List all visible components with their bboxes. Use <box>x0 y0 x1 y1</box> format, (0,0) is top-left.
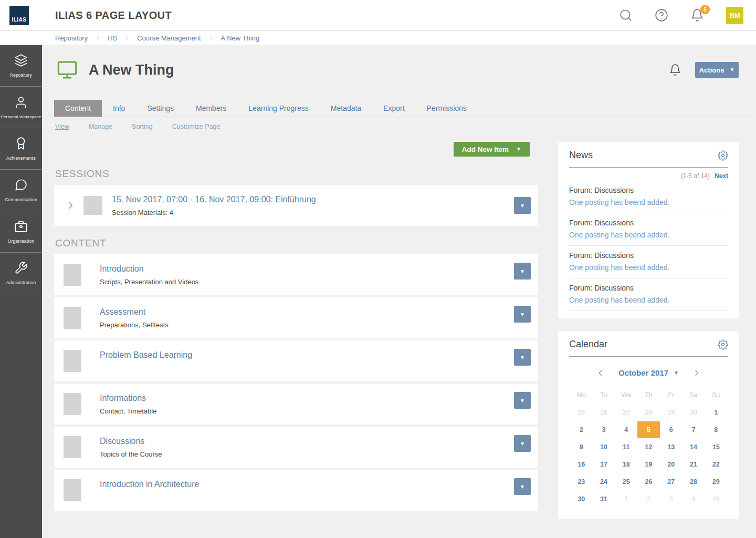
calendar-day[interactable]: 19 <box>637 456 660 473</box>
calendar-day[interactable]: 2 <box>570 421 593 438</box>
calendar-day[interactable]: 2 <box>637 491 660 508</box>
item-actions-dropdown[interactable]: ▼ <box>514 478 531 495</box>
tab-export[interactable]: Export <box>372 100 415 117</box>
item-actions-dropdown[interactable]: ▼ <box>514 263 531 280</box>
calendar-day[interactable]: 26 <box>593 404 615 421</box>
chat-bubble-icon <box>14 178 28 194</box>
calendar-day[interactable]: 17 <box>593 456 615 473</box>
calendar-day[interactable]: 27 <box>660 473 682 490</box>
calendar-day[interactable]: 24 <box>593 473 615 490</box>
ilias-logo[interactable]: ILIAS <box>9 6 29 25</box>
item-title-link[interactable]: Discussions <box>100 437 162 446</box>
news-posting-link[interactable]: One posting has beend added. <box>569 263 728 272</box>
calendar-day[interactable]: 27 <box>615 404 637 421</box>
session-actions-dropdown[interactable]: ▼ <box>514 197 531 214</box>
gear-icon[interactable] <box>718 339 728 350</box>
calendar-day-selected[interactable]: 5 <box>637 421 660 438</box>
tab-permissions[interactable]: Permissions <box>416 100 478 117</box>
tab-settings[interactable]: Settings <box>136 100 185 117</box>
calendar-day[interactable]: 21 <box>682 456 705 473</box>
calendar-day[interactable]: 22 <box>705 456 727 473</box>
calendar-day[interactable]: 23 <box>570 473 593 490</box>
calendar-day[interactable]: 3 <box>660 491 682 508</box>
news-pagination-range: (1-5 of 14) <box>681 172 710 180</box>
calendar-day[interactable]: 30 <box>682 404 705 421</box>
tab-members[interactable]: Members <box>185 100 237 117</box>
news-posting-link[interactable]: One posting has beend added. <box>569 198 728 206</box>
sidebar-item-repository[interactable]: Repository <box>0 45 42 87</box>
tab-metadata[interactable]: Metadata <box>320 100 372 117</box>
calendar-day[interactable]: 8 <box>705 421 727 438</box>
object-bell-icon[interactable] <box>669 64 681 76</box>
sidebar-item-organisation[interactable]: Organisation <box>0 211 42 253</box>
calendar-day[interactable]: 26 <box>637 473 660 490</box>
notifications-bell-icon[interactable]: 5 <box>690 8 704 22</box>
subtab-sorting[interactable]: Sorting <box>132 123 153 133</box>
breadcrumb-course-management[interactable]: Course Management <box>137 34 201 42</box>
sidebar-item-communication[interactable]: Communication <box>0 170 42 211</box>
calendar-day[interactable]: 11 <box>615 439 637 456</box>
expand-chevron-icon[interactable] <box>65 200 76 211</box>
calendar-day[interactable]: 18 <box>615 456 637 473</box>
calendar-day[interactable]: 20 <box>660 456 682 473</box>
item-actions-dropdown[interactable]: ▼ <box>514 349 531 366</box>
item-actions-dropdown[interactable]: ▼ <box>514 392 531 409</box>
subtab-manage[interactable]: Manage <box>89 123 112 133</box>
calendar-day[interactable]: 31 <box>593 491 615 508</box>
user-icon <box>14 96 28 111</box>
news-posting-link[interactable]: One posting has beend added. <box>569 296 728 304</box>
calendar-month-selector[interactable]: October 2017▼ <box>618 368 679 377</box>
user-avatar[interactable]: BM <box>726 7 743 24</box>
calendar-day[interactable]: 1 <box>705 404 727 421</box>
calendar-day[interactable]: 28 <box>637 404 660 421</box>
sidebar-item-personal-workspace[interactable]: Personal Workspace <box>0 87 42 128</box>
calendar-next-month-icon[interactable] <box>692 369 701 377</box>
calendar-prev-month-icon[interactable] <box>596 369 605 377</box>
actions-button[interactable]: Actions▼ <box>695 62 739 78</box>
calendar-day[interactable]: 29 <box>660 404 682 421</box>
calendar-day[interactable]: 15 <box>705 439 727 456</box>
calendar-day[interactable]: 30 <box>570 491 593 508</box>
calendar-day[interactable]: 16 <box>570 456 593 473</box>
calendar-day[interactable]: 14 <box>682 439 705 456</box>
add-new-item-button[interactable]: Add New Item▼ <box>454 142 530 157</box>
calendar-day[interactable]: 9 <box>570 439 593 456</box>
search-icon[interactable] <box>619 8 633 22</box>
calendar-day[interactable]: 7 <box>682 421 705 438</box>
breadcrumb-current[interactable]: A New Thing <box>221 34 259 42</box>
item-title-link[interactable]: Problem Based Learning <box>100 350 192 360</box>
calendar-day[interactable]: 28 <box>682 473 705 490</box>
calendar-day[interactable]: 3 <box>593 421 615 438</box>
item-title-link[interactable]: Introduction <box>100 264 198 274</box>
calendar-day[interactable]: 4 <box>682 491 705 508</box>
breadcrumb-repository[interactable]: Repository <box>55 34 88 42</box>
calendar-day[interactable]: 10 <box>593 439 615 456</box>
sidebar-item-achievements[interactable]: Achievements <box>0 128 42 170</box>
calendar-day[interactable]: 29 <box>705 491 727 508</box>
session-title-link[interactable]: 15. Nov 2017, 07:00 - 16. Nov 2017, 09:0… <box>112 195 316 204</box>
help-icon[interactable] <box>655 8 668 22</box>
news-next-link[interactable]: Next <box>715 172 728 180</box>
tab-info[interactable]: Info <box>102 100 136 117</box>
item-title-link[interactable]: Informations <box>100 394 156 403</box>
calendar-day[interactable]: 25 <box>615 473 637 490</box>
gear-icon[interactable] <box>718 150 728 161</box>
subtab-customize-page[interactable]: Customize Page <box>172 123 220 133</box>
item-title-link[interactable]: Assessment <box>100 307 169 317</box>
breadcrumb-hs[interactable]: HS <box>108 34 117 42</box>
item-actions-dropdown[interactable]: ▼ <box>514 306 531 323</box>
tab-content[interactable]: Content <box>54 100 102 117</box>
calendar-day[interactable]: 12 <box>637 439 660 456</box>
calendar-day[interactable]: 25 <box>570 404 593 421</box>
sidebar-item-administration[interactable]: Administration <box>0 253 42 294</box>
item-title-link[interactable]: Introduction in Architecture <box>100 480 199 489</box>
calendar-day[interactable]: 6 <box>660 421 682 438</box>
calendar-day[interactable]: 1 <box>615 491 637 508</box>
tab-learning-progress[interactable]: Learning Progress <box>237 100 319 117</box>
item-actions-dropdown[interactable]: ▼ <box>514 435 531 452</box>
calendar-day[interactable]: 4 <box>615 421 637 438</box>
calendar-day[interactable]: 29 <box>705 473 727 490</box>
subtab-view[interactable]: View <box>55 123 69 133</box>
news-posting-link[interactable]: One posting has beend added. <box>569 231 728 239</box>
calendar-day[interactable]: 13 <box>660 439 682 456</box>
